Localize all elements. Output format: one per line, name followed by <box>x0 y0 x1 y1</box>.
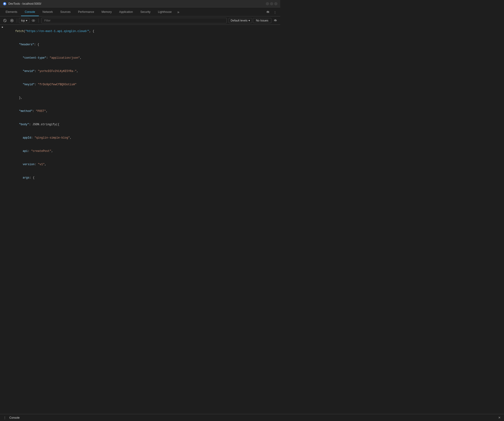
spacer-arrow <box>2 132 5 136</box>
console-output: ▶ fetch("https://cn-east-1.api.qinglin.c… <box>0 25 280 180</box>
customize-devtools-button[interactable]: ⋮ <box>272 8 278 16</box>
stop-recording-button[interactable] <box>9 18 15 24</box>
more-tabs-button[interactable]: » <box>175 8 181 16</box>
list-item: "body": JSON.stringify({ <box>0 118 280 131</box>
list-item: api: "createPost", <box>0 145 280 158</box>
list-item: "content-type": "application/json", <box>0 51 280 65</box>
console-toolbar: top ▾ Default levels ▾ No Issues <box>0 16 280 25</box>
default-levels-arrow: ▾ <box>248 19 250 22</box>
spacer-arrow <box>2 119 5 122</box>
tab-application[interactable]: Application <box>115 8 137 16</box>
tab-sources[interactable]: Sources <box>56 8 74 16</box>
stop-icon <box>10 19 14 22</box>
tab-security[interactable]: Security <box>137 8 154 16</box>
maximize-button[interactable]: □ <box>270 2 273 5</box>
tab-performance[interactable]: Performance <box>74 8 98 16</box>
list-item: "method": "POST", <box>0 105 280 118</box>
toggle-eye-button[interactable] <box>30 18 36 24</box>
list-item: appId: "qinglin-simple-blog", <box>0 131 280 145</box>
toolbar-divider-2 <box>38 18 39 23</box>
close-button[interactable]: ✕ <box>274 2 277 5</box>
clear-icon <box>3 19 7 22</box>
no-issues-button[interactable]: No Issues <box>253 18 271 23</box>
spacer-arrow <box>2 39 5 42</box>
svg-point-7 <box>33 20 34 21</box>
spacer-arrow <box>2 105 5 109</box>
filter-input[interactable] <box>42 18 226 23</box>
devtools-settings-button[interactable] <box>264 8 272 16</box>
default-levels-label: Default levels <box>231 19 248 22</box>
clear-console-button[interactable] <box>2 18 8 24</box>
list-item: "keyid": "frDo9pCfewCfBQ93otisA" <box>0 78 280 91</box>
spacer-arrow <box>2 66 5 69</box>
toolbar-divider-1 <box>17 18 17 23</box>
minimize-button[interactable]: — <box>266 2 269 5</box>
context-value: top <box>21 19 25 22</box>
chrome-icon <box>3 2 6 6</box>
list-item: args: { <box>0 171 280 180</box>
list-item: }, <box>0 91 280 105</box>
spacer-arrow <box>2 159 5 162</box>
expand-arrow[interactable]: ▶ <box>2 25 5 29</box>
window-controls: — □ ✕ <box>266 2 277 5</box>
spacer-arrow <box>2 52 5 56</box>
spacer-arrow <box>2 92 5 96</box>
console-gear-icon <box>274 19 277 22</box>
svg-point-1 <box>4 3 5 4</box>
spacer-arrow <box>2 145 5 149</box>
dropdown-arrow-icon: ▾ <box>26 19 27 22</box>
tab-memory[interactable]: Memory <box>98 8 115 16</box>
list-item: "envid": "yorhcDIFv2VLKyKE5YRa-", <box>0 65 280 78</box>
spacer-arrow <box>2 79 5 82</box>
titlebar: DevTools - localhost:5000/ — □ ✕ <box>0 0 280 7</box>
svg-rect-5 <box>12 20 13 21</box>
tab-elements[interactable]: Elements <box>2 8 21 16</box>
eye-icon <box>31 19 35 22</box>
list-item: ▶ fetch("https://cn-east-1.api.qinglin.c… <box>0 25 280 38</box>
list-item: version: "v1", <box>0 158 280 171</box>
console-settings-button[interactable] <box>272 18 278 24</box>
spacer-arrow <box>2 172 5 175</box>
tab-lighthouse[interactable]: Lighthouse <box>154 8 175 16</box>
tab-network[interactable]: Network <box>39 8 56 16</box>
tab-console[interactable]: Console <box>21 8 39 16</box>
default-levels-button[interactable]: Default levels ▾ <box>229 18 252 23</box>
svg-line-3 <box>4 20 6 22</box>
tabs-bar: Elements Console Network Sources Perform… <box>0 7 280 16</box>
list-item: "headers": { <box>0 38 280 51</box>
window-title: DevTools - localhost:5000/ <box>8 2 264 5</box>
gear-icon <box>266 10 270 14</box>
filter-container <box>41 18 227 23</box>
no-issues-label: No Issues <box>256 19 268 22</box>
context-dropdown[interactable]: top ▾ <box>19 18 30 23</box>
